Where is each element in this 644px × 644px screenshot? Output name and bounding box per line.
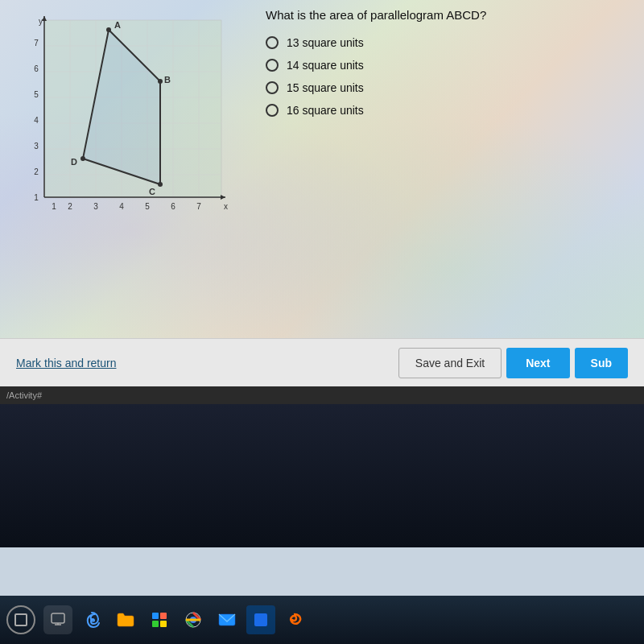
question-text: What is the area of parallelogram ABCD?: [266, 8, 628, 22]
svg-text:1: 1: [34, 193, 39, 202]
windows-icon: [14, 613, 27, 626]
mark-return-link[interactable]: Mark this and return: [16, 357, 398, 369]
svg-point-40: [80, 156, 85, 161]
taskbar-icon-windows-store[interactable]: [145, 605, 174, 634]
svg-text:6: 6: [171, 202, 175, 211]
bottom-buttons: Save and Exit Next Sub: [398, 348, 628, 378]
svg-text:y: y: [39, 17, 43, 26]
svg-rect-47: [152, 621, 159, 627]
answer-option-4[interactable]: 16 square units: [266, 104, 628, 117]
svg-text:D: D: [71, 157, 77, 167]
option-label-2: 14 square units: [287, 59, 364, 72]
taskbar-icon-swirl[interactable]: [280, 605, 309, 634]
coordinate-graph: 1 2 3 4 5 6 7 x 1 2 3 4 5 6 7 y A B: [24, 16, 233, 225]
svg-text:7: 7: [196, 202, 201, 211]
graph-container: 1 2 3 4 5 6 7 x 1 2 3 4 5 6 7 y A B: [24, 16, 233, 225]
svg-text:6: 6: [34, 64, 39, 73]
answer-option-1[interactable]: 13 square units: [266, 36, 628, 49]
svg-marker-14: [221, 195, 225, 200]
svg-text:7: 7: [34, 39, 39, 47]
svg-text:1: 1: [52, 202, 56, 211]
submit-button[interactable]: Sub: [575, 348, 628, 378]
url-bar: /Activity#: [0, 386, 644, 404]
svg-text:5: 5: [34, 90, 39, 99]
main-content: 1 2 3 4 5 6 7 x 1 2 3 4 5 6 7 y A B: [0, 0, 644, 386]
svg-text:A: A: [114, 20, 121, 30]
svg-text:x: x: [224, 202, 228, 211]
lower-dark-area: [0, 404, 644, 547]
svg-text:5: 5: [145, 202, 150, 211]
svg-rect-45: [152, 613, 159, 619]
answer-option-2[interactable]: 14 square units: [266, 59, 628, 72]
save-exit-button[interactable]: Save and Exit: [398, 348, 502, 378]
option-label-4: 16 square units: [287, 104, 364, 117]
svg-text:C: C: [149, 187, 155, 196]
next-button[interactable]: Next: [506, 348, 569, 378]
option-label-3: 15 square units: [287, 81, 364, 94]
svg-text:4: 4: [34, 116, 39, 125]
svg-text:2: 2: [34, 167, 39, 176]
svg-point-34: [106, 27, 111, 32]
taskbar-icon-folder[interactable]: [111, 605, 140, 634]
svg-text:B: B: [164, 75, 171, 85]
taskbar-icon-chrome[interactable]: [179, 605, 208, 634]
radio-2[interactable]: [266, 59, 279, 72]
svg-text:3: 3: [34, 142, 39, 151]
svg-point-38: [158, 182, 163, 187]
svg-point-36: [158, 79, 163, 84]
svg-rect-48: [160, 621, 167, 627]
taskbar-icon-blue-app[interactable]: [246, 605, 275, 634]
question-area: What is the area of parallelogram ABCD? …: [266, 8, 628, 126]
radio-3[interactable]: [266, 81, 279, 94]
url-text: /Activity#: [6, 390, 42, 400]
svg-text:3: 3: [93, 202, 98, 211]
radio-1[interactable]: [266, 36, 279, 49]
svg-rect-46: [160, 613, 167, 619]
bottom-bar: Mark this and return Save and Exit Next …: [0, 338, 644, 386]
taskbar-icon-search[interactable]: [43, 605, 72, 634]
taskbar: [0, 596, 644, 644]
taskbar-icon-mail[interactable]: [213, 605, 242, 634]
svg-rect-42: [52, 613, 64, 623]
svg-rect-52: [254, 613, 267, 626]
answer-option-3[interactable]: 15 square units: [266, 81, 628, 94]
svg-text:2: 2: [68, 202, 72, 211]
svg-text:4: 4: [119, 202, 124, 211]
option-label-1: 13 square units: [287, 36, 364, 49]
taskbar-icon-edge[interactable]: [77, 605, 106, 634]
radio-4[interactable]: [266, 104, 279, 117]
windows-start-button[interactable]: [6, 605, 35, 634]
